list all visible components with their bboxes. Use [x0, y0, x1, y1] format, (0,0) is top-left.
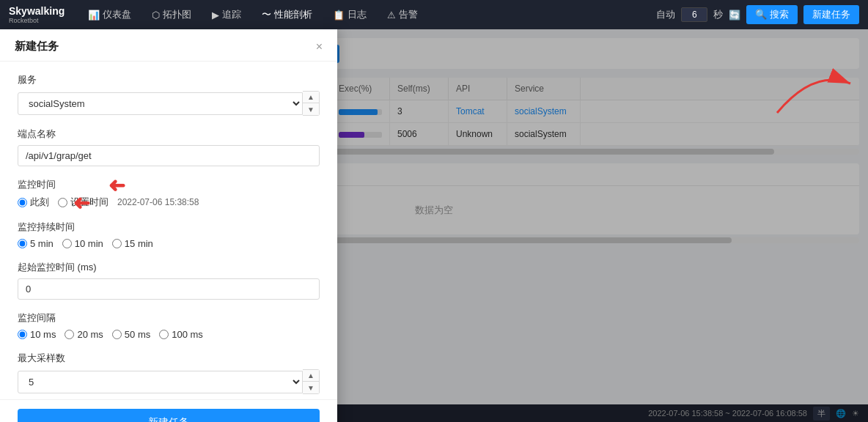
nav-alarm-label: 告警 [399, 8, 418, 21]
nav-topology[interactable]: ⬡ 拓扑图 [143, 5, 200, 24]
duration-label: 监控持续时间 [18, 221, 320, 234]
refresh-interval-input[interactable] [681, 7, 707, 22]
logo-title: Skywalking [9, 5, 65, 17]
service-spin-down[interactable]: ▼ [303, 103, 319, 115]
logo-sub: Rocketbot [9, 17, 65, 24]
interval-50ms-label: 50 ms [125, 329, 150, 340]
refresh-button[interactable]: 🔄 [729, 10, 740, 21]
start-monitor-input[interactable] [18, 278, 320, 300]
duration-5min-item[interactable]: 5 min [18, 238, 54, 249]
duration-group: 监控持续时间 5 min 10 min 15 min [18, 221, 320, 249]
max-sample-spin-buttons: ▲ ▼ [303, 369, 320, 394]
endpoint-label: 端点名称 [18, 127, 320, 141]
interval-label: 监控间隔 [18, 311, 320, 325]
duration-5min-input[interactable] [18, 239, 27, 248]
auto-label: 自动 [656, 8, 675, 21]
radio-set-input[interactable] [58, 198, 67, 207]
interval-20ms-item[interactable]: 20 ms [65, 329, 103, 340]
log-icon: 📋 [333, 10, 345, 21]
interval-100ms-item[interactable]: 100 ms [159, 329, 203, 340]
nav-dashboard[interactable]: 📊 仪表盘 [79, 5, 140, 24]
interval-100ms-input[interactable] [159, 330, 169, 339]
max-sample-spin-down[interactable]: ▼ [303, 382, 319, 393]
radio-set-label: 设置时间 [70, 196, 108, 209]
radio-now-item[interactable]: 此刻 [18, 196, 49, 209]
service-select[interactable]: socialSystem [18, 92, 303, 115]
modal-title: 新建任务 [15, 40, 59, 53]
modal-body: 服务 socialSystem ▲ ▼ 端点名称 监控时间 [0, 62, 337, 399]
service-group: 服务 socialSystem ▲ ▼ [18, 73, 320, 116]
seconds-label: 秒 [713, 8, 723, 21]
interval-10ms-label: 10 ms [30, 329, 56, 340]
interval-group: 监控间隔 10 ms 20 ms 50 ms [18, 311, 320, 340]
duration-5min-label: 5 min [30, 238, 54, 249]
duration-radios: 5 min 10 min 15 min [18, 238, 320, 249]
endpoint-input[interactable] [18, 145, 320, 166]
duration-15min-item[interactable]: 15 min [112, 238, 153, 249]
set-time-value: 2022-07-06 15:38:58 [117, 197, 199, 207]
max-sample-group: 最大采样数 5 ▲ ▼ [18, 352, 320, 394]
top-navigation: Skywalking Rocketbot 📊 仪表盘 ⬡ 拓扑图 ▶ 追踪 〜 … [0, 0, 868, 29]
interval-100ms-label: 100 ms [172, 329, 203, 340]
interval-10ms-input[interactable] [18, 330, 27, 339]
modal-footer: 新建任务 [0, 399, 337, 422]
radio-now-label: 此刻 [30, 196, 49, 209]
max-sample-select-row: 5 ▲ ▼ [18, 369, 320, 394]
radio-now-input[interactable] [18, 198, 27, 207]
nav-alarm[interactable]: ⚠ 告警 [378, 5, 427, 24]
max-sample-select[interactable]: 5 [18, 371, 303, 393]
nav-profiling-label: 性能剖析 [274, 8, 312, 21]
modal-header: 新建任务 × [0, 29, 337, 62]
monitor-time-group: 监控时间 此刻 设置时间 2022-07-06 15:38:58 [18, 178, 320, 209]
profiling-icon: 〜 [262, 8, 271, 21]
service-spin-buttons: ▲ ▼ [303, 91, 320, 116]
radio-set-item[interactable]: 设置时间 [58, 196, 108, 209]
endpoint-group: 端点名称 [18, 127, 320, 166]
nav-dashboard-label: 仪表盘 [103, 8, 131, 21]
dashboard-icon: 📊 [88, 10, 100, 21]
nav-profiling[interactable]: 〜 性能剖析 [253, 5, 321, 24]
interval-10ms-item[interactable]: 10 ms [18, 329, 56, 340]
search-button[interactable]: 🔍 搜索 [746, 5, 798, 24]
duration-10min-input[interactable] [62, 239, 72, 248]
monitor-time-label: 监控时间 [18, 178, 320, 191]
interval-50ms-input[interactable] [112, 330, 122, 339]
main-content: 49d9bd22c96d6123f.67.16570864398920001 包… [0, 29, 868, 422]
search-label: 搜索 [770, 9, 789, 20]
duration-10min-item[interactable]: 10 min [62, 238, 103, 249]
max-sample-spin-up[interactable]: ▲ [303, 370, 319, 382]
service-label: 服务 [18, 73, 320, 86]
interval-radios: 10 ms 20 ms 50 ms 100 ms [18, 329, 320, 340]
search-icon: 🔍 [755, 9, 767, 20]
alarm-icon: ⚠ [387, 10, 396, 21]
create-task-button[interactable]: 新建任务 [18, 409, 320, 422]
new-task-nav-button[interactable]: 新建任务 [803, 5, 859, 24]
interval-20ms-input[interactable] [65, 330, 74, 339]
nav-log[interactable]: 📋 日志 [324, 5, 375, 24]
start-monitor-label: 起始监控时间 (ms) [18, 261, 320, 274]
nav-log-label: 日志 [347, 8, 367, 21]
logo: Skywalking Rocketbot [9, 5, 65, 24]
start-monitor-group: 起始监控时间 (ms) [18, 261, 320, 300]
modal-close-button[interactable]: × [316, 40, 323, 53]
nav-topology-label: 拓扑图 [163, 8, 191, 21]
monitor-time-radios: 此刻 设置时间 2022-07-06 15:38:58 [18, 196, 320, 209]
nav-trace[interactable]: ▶ 追踪 [203, 5, 250, 24]
service-select-row: socialSystem ▲ ▼ [18, 91, 320, 116]
new-task-modal: 新建任务 × 服务 socialSystem ▲ ▼ 端点名称 [0, 29, 337, 422]
service-spin-up[interactable]: ▲ [303, 92, 319, 103]
nav-right-controls: 自动 秒 🔄 🔍 搜索 新建任务 [656, 5, 859, 24]
duration-15min-input[interactable] [112, 239, 122, 248]
interval-20ms-label: 20 ms [77, 329, 103, 340]
max-sample-label: 最大采样数 [18, 352, 320, 365]
duration-10min-label: 10 min [75, 238, 103, 249]
trace-icon: ▶ [212, 10, 219, 21]
interval-50ms-item[interactable]: 50 ms [112, 329, 150, 340]
topology-icon: ⬡ [152, 10, 160, 21]
nav-trace-label: 追踪 [222, 8, 241, 21]
duration-15min-label: 15 min [125, 238, 153, 249]
